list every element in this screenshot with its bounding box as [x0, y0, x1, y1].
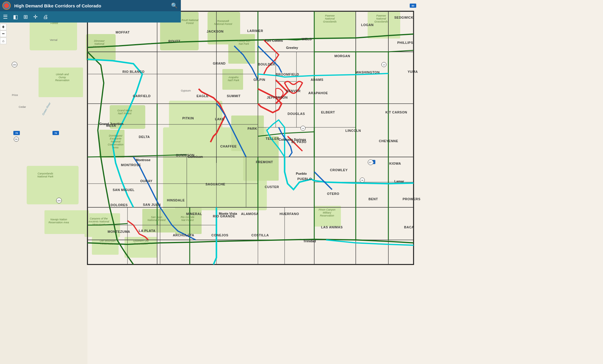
svg-text:58: 58	[361, 179, 363, 181]
county-label-baca: BACA	[404, 225, 414, 229]
county-label-mesa: MESA	[106, 124, 116, 127]
nature-canyonsancients: Canyons of theAncients NationalMonument	[87, 217, 111, 226]
city-montevista: Monte Vista	[219, 212, 237, 215]
county-label-washington: WASHINGTON	[356, 70, 380, 74]
nature-riograndenf: Rio GrandeNat Forest	[178, 216, 197, 222]
county-label-hinsdale: HINSDALE	[167, 198, 185, 202]
city-trinidad: Trinidad	[303, 239, 316, 243]
svg-rect-79	[410, 4, 416, 8]
county-label-kitcarson: KIT CARSON	[385, 110, 407, 114]
county-label-otero: OTERO	[327, 192, 339, 195]
county-label-yuma: YUMA	[408, 70, 418, 73]
county-label-gilpin: GILPIN	[253, 78, 265, 81]
svg-text:70: 70	[15, 132, 18, 134]
county-label-bent: BENT	[368, 197, 378, 201]
city-pueblo: Pueblo	[296, 172, 307, 175]
svg-rect-1	[0, 0, 87, 364]
svg-rect-6	[208, 12, 240, 44]
nature-uintah: Uintah andOurayReservation	[50, 73, 74, 82]
county-label-sanmiguel: SAN MIGUEL	[113, 188, 135, 192]
nature-rockymtn: Rocky MtnNat Park	[234, 39, 253, 45]
county-label-jackson: JACKSON	[207, 30, 224, 33]
county-label-custer: CUSTER	[265, 185, 279, 189]
county-label-delta: DELTA	[139, 135, 150, 139]
grid-icon[interactable]: ⊞	[23, 14, 28, 20]
map-container: 70 70 80 191 191 50 25 287 58 24 34 Gree…	[0, 0, 603, 364]
city-coloradosprings: Colorado Springs	[279, 138, 306, 141]
svg-rect-16	[27, 166, 79, 204]
svg-rect-23	[231, 116, 264, 151]
svg-rect-20	[125, 237, 157, 258]
city-gunnison: Gunnison	[188, 155, 203, 158]
search-button[interactable]: 🔍	[170, 1, 178, 10]
svg-point-83	[56, 198, 62, 203]
layers-icon[interactable]: ◧	[13, 14, 18, 20]
svg-rect-75	[13, 131, 20, 135]
zoom-out-button[interactable]: −	[0, 31, 7, 37]
county-label-sedgwick: SEDGWICK	[394, 16, 414, 19]
nature-grandmesa: Grand MesaNat'l Forest	[114, 109, 136, 115]
svg-point-93	[301, 126, 305, 131]
city-fortcollins: Fort Collins	[265, 39, 283, 42]
city-greeley: Greeley	[286, 46, 298, 49]
tools-icon[interactable]: ✛	[33, 14, 38, 20]
nature-arapaho: ArapahoNat'l Park	[224, 76, 243, 82]
county-label-moffat: MOFFAT	[116, 31, 130, 34]
city-gypsum: Gypsum	[181, 89, 191, 92]
city-grandjunction: Grand Junction	[99, 122, 123, 126]
toolbar: High Demand Bike Corridors of Colorado 🔍	[0, 0, 181, 11]
svg-rect-8	[222, 69, 243, 90]
nature-southernute: Southern UteReservation	[129, 239, 153, 245]
county-label-lasanimas: LAS ANIMAS	[321, 225, 343, 229]
county-label-denver: DENVER	[286, 89, 301, 93]
county-label-saguache: SAGUACHE	[205, 182, 225, 186]
svg-rect-12	[169, 101, 222, 160]
nature-routt: Routt NationalForest	[179, 19, 201, 25]
county-label-fremont: FREMONT	[256, 160, 273, 164]
svg-rect-9	[314, 12, 356, 39]
svg-point-91	[360, 178, 365, 182]
county-label-alamosa: ALAMOSA	[241, 212, 259, 216]
county-label-lincoln: LINCOLN	[345, 129, 361, 132]
svg-rect-4	[39, 68, 83, 97]
county-label-pitkin: PITKIN	[182, 116, 194, 120]
nature-sanjuannf: San JuanNational Forest	[146, 216, 167, 222]
svg-text:191: 191	[57, 200, 61, 202]
city-price: Price	[12, 94, 18, 97]
nature-pinon: Pinon CanyonMilitaryReservation	[315, 208, 339, 217]
svg-rect-25	[87, 11, 414, 264]
svg-rect-77	[52, 131, 59, 135]
county-label-huerfano: HUERFANO	[280, 212, 299, 216]
county-label-weld: WELD	[302, 37, 312, 41]
county-label-sanjuan: SAN JUAN	[143, 203, 161, 206]
county-label-douglas: DOUGLAS	[288, 112, 305, 116]
svg-rect-19	[92, 237, 119, 255]
county-label-prowers: PROWERS	[403, 197, 420, 201]
nature-roosevelt: RooseveltNational Forest	[212, 20, 234, 25]
county-label-ouray: OURAY	[140, 179, 152, 183]
county-label-montrose: MONTROSE	[121, 163, 141, 167]
city-vernal: Vernal	[50, 39, 58, 41]
svg-rect-24	[314, 206, 341, 227]
nature-navajo: Navajo NationReservation Area	[47, 218, 71, 224]
print-icon[interactable]: 🖨	[43, 14, 48, 20]
county-label-garfield: GARFIELD	[133, 94, 151, 98]
svg-rect-7	[228, 34, 255, 64]
svg-text:80: 80	[412, 4, 414, 7]
county-label-chaffee: CHAFFEE	[220, 145, 237, 148]
county-label-boulder: BOULDER	[258, 62, 275, 66]
county-label-gunnison: GUNNISON	[176, 153, 194, 157]
svg-point-85	[14, 137, 19, 142]
svg-text:50: 50	[15, 138, 17, 140]
svg-rect-15	[99, 130, 125, 158]
svg-rect-13	[163, 127, 267, 210]
svg-rect-11	[110, 105, 145, 129]
home-button[interactable]: ⌂	[0, 38, 7, 44]
svg-text:191: 191	[13, 64, 16, 66]
county-label-mineral: MINERAL	[186, 212, 202, 216]
svg-rect-22	[175, 207, 202, 234]
svg-text:287: 287	[369, 161, 372, 163]
menu-icon[interactable]: ☰	[3, 14, 8, 20]
zoom-in-button[interactable]: +	[0, 24, 7, 30]
county-label-montezuma: MONTEZUMA	[108, 230, 130, 233]
